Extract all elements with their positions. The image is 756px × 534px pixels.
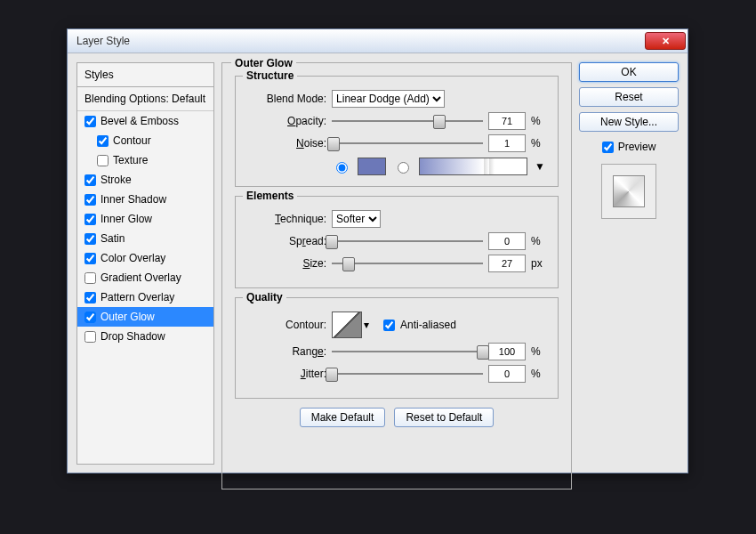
style-checkbox[interactable]	[84, 253, 96, 264]
style-item-contour[interactable]: Contour	[77, 131, 213, 150]
style-item-pattern-overlay[interactable]: Pattern Overlay	[77, 287, 213, 307]
style-checkbox[interactable]	[84, 214, 96, 225]
range-label: Range:	[248, 345, 326, 358]
opacity-unit: %	[531, 115, 545, 127]
opacity-slider[interactable]	[332, 113, 483, 129]
quality-group: Quality Contour: ▾ Anti-aliased Range: %	[235, 297, 559, 399]
make-default-button[interactable]: Make Default	[300, 408, 386, 427]
chevron-down-icon[interactable]: ▾	[364, 319, 369, 331]
size-unit: px	[531, 257, 545, 270]
elements-group: Elements Technique: Softer Spread: % Siz…	[235, 196, 559, 288]
anti-aliased-label: Anti-aliased	[400, 319, 456, 331]
solid-color-radio[interactable]	[336, 162, 348, 174]
preview-label: Preview	[618, 141, 656, 153]
noise-label: Noise:	[248, 137, 326, 150]
style-label: Satin	[101, 232, 125, 245]
noise-unit: %	[531, 137, 545, 150]
style-item-color-overlay[interactable]: Color Overlay	[77, 248, 213, 268]
blending-options[interactable]: Blending Options: Default	[77, 87, 213, 111]
blend-mode-label: Blend Mode:	[248, 93, 326, 105]
size-label: Size:	[248, 257, 326, 270]
styles-panel: Styles Blending Options: Default Bevel &…	[76, 62, 214, 465]
gradient-radio[interactable]	[398, 162, 409, 174]
reset-button[interactable]: Reset	[579, 87, 679, 107]
style-label: Bevel & Emboss	[101, 115, 179, 127]
style-checkbox[interactable]	[84, 292, 96, 303]
jitter-input[interactable]	[488, 365, 526, 383]
style-item-inner-shadow[interactable]: Inner Shadow	[77, 190, 213, 209]
color-swatch[interactable]	[358, 158, 386, 175]
styles-header[interactable]: Styles	[77, 63, 213, 87]
structure-group: Structure Blend Mode: Linear Dodge (Add)…	[235, 76, 559, 187]
titlebar: Layer Style ✕	[68, 29, 688, 53]
opacity-label: Opacity:	[248, 115, 326, 127]
style-checkbox[interactable]	[84, 116, 96, 127]
anti-aliased-checkbox[interactable]	[383, 320, 395, 331]
blend-mode-select[interactable]: Linear Dodge (Add)	[332, 90, 445, 108]
contour-picker[interactable]	[332, 312, 362, 338]
style-checkbox[interactable]	[84, 233, 96, 245]
style-item-bevel-emboss[interactable]: Bevel & Emboss	[77, 111, 213, 131]
style-checkbox[interactable]	[84, 194, 96, 206]
style-checkbox[interactable]	[84, 174, 96, 186]
style-checkbox[interactable]	[84, 331, 96, 343]
reset-to-default-button[interactable]: Reset to Default	[394, 408, 494, 427]
style-label: Pattern Overlay	[101, 291, 174, 303]
spread-unit: %	[531, 235, 545, 247]
style-label: Drop Shadow	[101, 330, 165, 343]
structure-legend: Structure	[243, 69, 297, 82]
contour-label: Contour:	[248, 319, 326, 331]
close-icon: ✕	[662, 36, 670, 47]
style-label: Texture	[113, 154, 148, 166]
style-item-outer-glow[interactable]: Outer Glow	[77, 307, 213, 327]
style-item-texture[interactable]: Texture	[77, 150, 213, 170]
style-checkbox[interactable]	[97, 155, 109, 166]
style-label: Outer Glow	[101, 311, 155, 323]
right-panel: OK Reset New Style... Preview	[579, 62, 679, 465]
style-item-drop-shadow[interactable]: Drop Shadow	[77, 327, 213, 346]
noise-slider[interactable]	[332, 135, 483, 151]
style-checkbox[interactable]	[97, 135, 109, 147]
style-label: Inner Shadow	[101, 193, 166, 206]
style-item-satin[interactable]: Satin	[77, 229, 213, 248]
style-item-gradient-overlay[interactable]: Gradient Overlay	[77, 268, 213, 287]
layer-style-dialog: Layer Style ✕ Styles Blending Options: D…	[67, 28, 688, 473]
style-label: Inner Glow	[101, 213, 152, 225]
ok-button[interactable]: OK	[579, 62, 679, 82]
spread-input[interactable]	[488, 232, 526, 250]
close-button[interactable]: ✕	[645, 32, 686, 50]
gradient-swatch[interactable]	[419, 158, 527, 175]
noise-input[interactable]	[488, 134, 526, 152]
size-input[interactable]	[488, 255, 526, 272]
chevron-down-icon[interactable]: ▼	[535, 160, 545, 173]
style-label: Gradient Overlay	[101, 271, 181, 284]
opacity-input[interactable]	[488, 112, 526, 130]
spread-label: Spread:	[248, 235, 326, 247]
panel-title: Outer Glow	[231, 57, 296, 69]
range-slider[interactable]	[332, 344, 483, 360]
technique-select[interactable]: Softer	[332, 210, 381, 228]
range-input[interactable]	[488, 343, 526, 360]
elements-legend: Elements	[243, 190, 297, 202]
style-checkbox[interactable]	[84, 312, 96, 323]
preview-checkbox[interactable]	[602, 142, 614, 153]
style-label: Contour	[113, 134, 151, 147]
range-unit: %	[531, 345, 545, 358]
diamond-icon	[613, 175, 645, 207]
style-label: Stroke	[101, 174, 132, 186]
style-item-inner-glow[interactable]: Inner Glow	[77, 209, 213, 229]
jitter-label: Jitter:	[248, 368, 326, 380]
jitter-unit: %	[531, 368, 545, 380]
jitter-slider[interactable]	[332, 366, 483, 382]
style-item-stroke[interactable]: Stroke	[77, 170, 213, 190]
spread-slider[interactable]	[332, 233, 483, 249]
quality-legend: Quality	[243, 291, 286, 303]
settings-panel: Outer Glow Structure Blend Mode: Linear …	[221, 62, 572, 465]
style-checkbox[interactable]	[84, 272, 96, 284]
style-label: Color Overlay	[101, 252, 165, 264]
technique-label: Technique:	[248, 213, 326, 225]
size-slider[interactable]	[332, 255, 483, 271]
preview-thumbnail	[601, 164, 656, 219]
dialog-title: Layer Style	[76, 35, 645, 47]
new-style-button[interactable]: New Style...	[579, 112, 679, 132]
